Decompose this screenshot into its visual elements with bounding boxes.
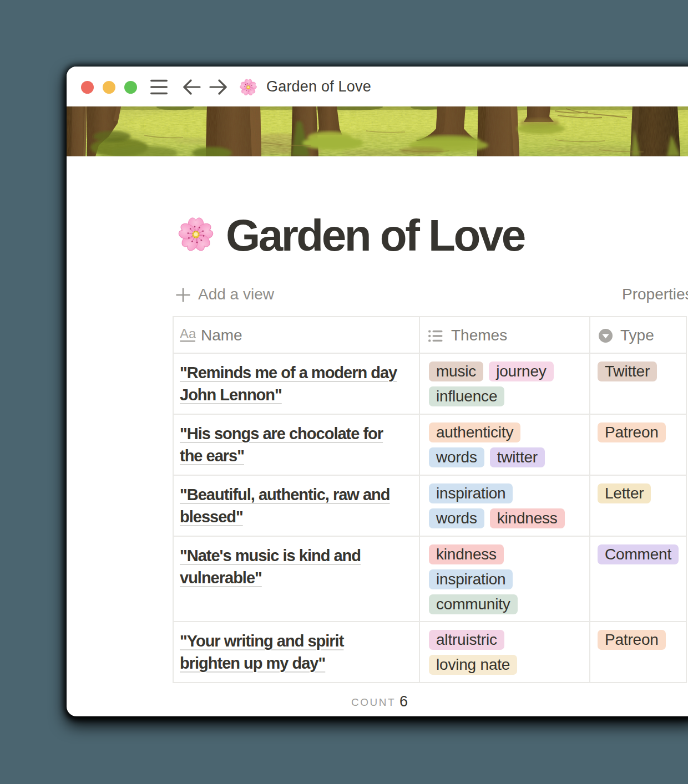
svg-text:Aa: Aa: [180, 327, 196, 341]
